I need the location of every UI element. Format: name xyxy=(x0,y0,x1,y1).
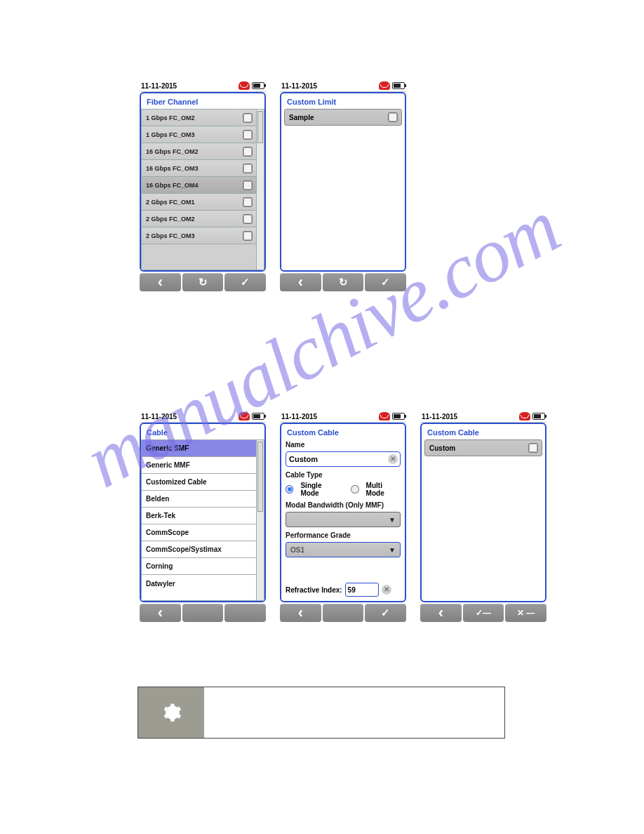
checkbox[interactable] xyxy=(243,198,252,206)
name-input[interactable]: Custom ✕ xyxy=(286,451,401,467)
chevron-left-icon: ‹ xyxy=(158,604,163,622)
device-cable: 11-11-2015 Cable Generic SMF Generic MMF… xyxy=(140,411,266,622)
edit-button[interactable]: ✓— xyxy=(463,604,504,622)
scrollbar[interactable] xyxy=(256,109,264,270)
chevron-left-icon: ‹ xyxy=(158,273,163,291)
check-icon: ✓ xyxy=(381,607,390,619)
list-item[interactable]: 16 Gbps FC_OM2 xyxy=(142,143,256,160)
list-item[interactable]: 16 Gbps FC_OM3 xyxy=(142,160,256,177)
status-date: 11-11-2015 xyxy=(281,82,317,90)
battery-icon xyxy=(392,413,405,420)
refresh-button[interactable]: ↻ xyxy=(182,273,224,291)
checkbox[interactable] xyxy=(243,114,252,122)
list-item[interactable]: 2 Gbps FC_OM1 xyxy=(142,194,256,211)
chevron-left-icon: ‹ xyxy=(298,273,303,291)
checkbox[interactable] xyxy=(529,444,537,452)
list-item[interactable]: 1 Gbps FC_OM3 xyxy=(142,126,256,143)
battery-icon xyxy=(252,82,264,89)
name-label: Name xyxy=(286,441,401,449)
scroll-thumb[interactable] xyxy=(257,111,263,143)
settings-callout xyxy=(137,687,505,739)
list-item[interactable]: CommScope xyxy=(142,524,256,541)
list-item[interactable]: Corning xyxy=(142,558,256,575)
clear-icon[interactable]: ✕ xyxy=(388,454,398,464)
refresh-icon: ↻ xyxy=(339,276,348,289)
list-item[interactable]: Datwyler xyxy=(142,575,256,592)
list-item[interactable]: 2 Gbps FC_OM2 xyxy=(142,211,256,227)
phone-icon xyxy=(519,412,530,421)
refractive-index-label: Refractive Index: xyxy=(286,586,342,594)
confirm-button[interactable]: ✓ xyxy=(365,604,406,622)
battery-icon xyxy=(392,82,405,89)
gear-icon xyxy=(138,687,204,738)
checkbox[interactable] xyxy=(243,164,252,173)
list-item[interactable]: Generic MMF xyxy=(142,457,256,474)
list-item[interactable]: CommScope/Systimax xyxy=(142,541,256,558)
caret-down-icon: ▼ xyxy=(389,516,396,524)
clear-icon[interactable]: ✕ xyxy=(382,585,391,595)
checkbox[interactable] xyxy=(243,215,252,223)
checkbox[interactable] xyxy=(243,147,252,156)
checkbox[interactable] xyxy=(243,181,252,190)
scroll-thumb[interactable] xyxy=(257,442,263,512)
status-date: 11-11-2015 xyxy=(422,413,457,421)
modal-bandwidth-label: Modal Bandwidth (Only MMF) xyxy=(286,501,401,509)
refresh-button[interactable]: ↻ xyxy=(323,273,364,291)
delete-icon: ✕ — xyxy=(517,608,535,618)
checkbox[interactable] xyxy=(389,113,397,121)
list-item[interactable]: Berk-Tek xyxy=(142,508,256,524)
device-fiber-channel: 11-11-2015 Fiber Channel 1 Gbps FC_OM2 1… xyxy=(140,81,266,291)
confirm-button[interactable]: ✓ xyxy=(365,273,406,291)
blank-button[interactable] xyxy=(224,604,266,622)
back-button[interactable]: ‹ xyxy=(280,604,321,622)
status-date: 11-11-2015 xyxy=(281,413,317,421)
delete-button[interactable]: ✕ — xyxy=(505,604,546,622)
chevron-left-icon: ‹ xyxy=(298,604,303,622)
panel-title: Custom Cable xyxy=(422,424,545,439)
device-custom-cable-form: 11-11-2015 Custom Cable Name Custom ✕ Ca… xyxy=(280,411,406,622)
status-bar: 11-11-2015 xyxy=(280,81,406,92)
check-icon: ✓ xyxy=(241,276,250,289)
device-custom-cable-list: 11-11-2015 Custom Cable Custom ‹ ✓— xyxy=(420,411,546,622)
battery-icon xyxy=(532,413,545,420)
caret-down-icon: ▼ xyxy=(389,546,396,554)
panel-title: Custom Limit xyxy=(281,93,405,109)
device-custom-limit: 11-11-2015 Custom Limit Sample ‹ ↻ xyxy=(280,81,406,291)
back-button[interactable]: ‹ xyxy=(420,604,462,622)
scrollbar[interactable] xyxy=(256,439,264,601)
radio-multi-label: Multi Mode xyxy=(366,482,401,497)
list-item[interactable]: 2 Gbps FC_OM3 xyxy=(142,227,256,244)
performance-grade-label: Performance Grade xyxy=(286,531,401,539)
checkbox[interactable] xyxy=(243,131,252,139)
panel-title: Cable xyxy=(141,424,264,439)
list-item[interactable]: Belden xyxy=(142,491,256,508)
phone-icon xyxy=(379,81,390,90)
panel-title: Fiber Channel xyxy=(141,93,264,109)
list-item[interactable]: Generic SMF xyxy=(142,440,256,457)
chevron-left-icon: ‹ xyxy=(438,604,443,622)
confirm-button[interactable]: ✓ xyxy=(224,273,266,291)
status-date: 11-11-2015 xyxy=(141,413,177,421)
status-date: 11-11-2015 xyxy=(141,82,177,90)
refresh-icon: ↻ xyxy=(199,276,208,289)
list-item[interactable]: 16 Gbps FC_OM4 xyxy=(142,177,256,194)
back-button[interactable]: ‹ xyxy=(280,273,321,291)
list-item[interactable]: Custom xyxy=(424,439,542,456)
blank-button[interactable] xyxy=(323,604,364,622)
list-item[interactable]: Sample xyxy=(284,109,402,126)
list-item[interactable]: 1 Gbps FC_OM2 xyxy=(142,110,256,126)
modal-bandwidth-select[interactable]: ▼ xyxy=(286,512,401,527)
list-item[interactable]: Customized Cable xyxy=(142,474,256,491)
phone-icon xyxy=(239,412,250,421)
back-button[interactable]: ‹ xyxy=(140,604,181,622)
status-bar: 11-11-2015 xyxy=(140,81,266,92)
performance-grade-select[interactable]: OS1▼ xyxy=(286,542,401,557)
edit-icon: ✓— xyxy=(476,608,491,618)
radio-single-mode[interactable] xyxy=(286,485,293,494)
radio-multi-mode[interactable] xyxy=(351,485,358,494)
checkbox[interactable] xyxy=(243,232,252,240)
refractive-index-input[interactable]: 59 xyxy=(345,583,379,597)
status-bar: 11-11-2015 xyxy=(280,411,406,423)
blank-button[interactable] xyxy=(182,604,224,622)
back-button[interactable]: ‹ xyxy=(140,273,181,291)
